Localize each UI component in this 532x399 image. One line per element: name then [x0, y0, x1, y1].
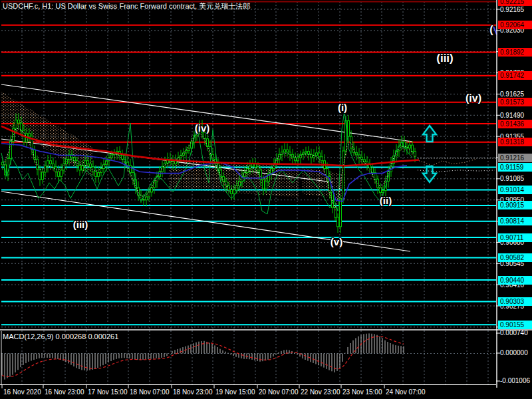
up-arrow-icon — [423, 126, 436, 142]
elliott-wave-label: ( — [489, 24, 493, 36]
elliott-wave-label: (v) — [331, 236, 342, 247]
time-axis-label: 20 Nov 07:00 — [259, 388, 299, 396]
support-price-badge: 0.90582 — [498, 253, 532, 262]
support-price-badge: 0.91014 — [498, 186, 532, 194]
time-axis-label: 16 Nov 2020 — [3, 388, 41, 396]
resistance-price-badge: 0.92215 — [498, 0, 532, 6]
elliott-wave-label: (iv) — [195, 122, 210, 134]
elliott-wave-label: (ii) — [380, 195, 392, 206]
resistance-price-badge: 0.91436 — [498, 120, 532, 128]
resistance-price-badge: 0.91318 — [498, 138, 532, 146]
elliott-wave-label: (iii) — [436, 52, 454, 65]
support-price-badge: 0.90303 — [498, 297, 532, 306]
elliott-wave-label: (i) — [338, 102, 347, 113]
mt5-chart-window: USDCHF.c, H1: US Dollar vs Swiss Franc F… — [0, 0, 532, 399]
time-axis-label: 23 Nov 15:00 — [342, 388, 382, 396]
resistance-price-badge: 0.91892 — [498, 48, 532, 57]
macd-scale-label: 0.000740 — [500, 329, 528, 336]
support-price-badge: 0.90440 — [498, 276, 532, 285]
support-price-badge: 0.90711 — [498, 233, 532, 242]
price-tick-label: 0.92165 — [500, 5, 524, 14]
elliott-wave-label: (iii) — [73, 219, 88, 230]
time-axis-label: 18 Nov 23:00 — [173, 388, 213, 396]
support-price-badge: 0.91159 — [498, 163, 532, 172]
resistance-price-badge: 0.92064 — [498, 21, 532, 29]
time-axis-label: 24 Nov 07:00 — [386, 388, 426, 396]
elliott-wave-label: (iv) — [466, 92, 481, 104]
price-tick-label: 0.91625 — [500, 90, 524, 98]
moving-averages — [1, 110, 496, 214]
macd-indicator-label: MACD(12,26,9) 0.000268 0.000261 — [3, 332, 118, 340]
time-axis-label: 19 Nov 15:00 — [215, 388, 255, 396]
resistance-price-badge: 0.91742 — [498, 71, 532, 80]
time-axis-label: 17 Nov 15:00 — [88, 388, 128, 396]
macd-scale-label: -0.001006 — [500, 377, 530, 384]
signal-arrows[interactable] — [423, 27, 497, 182]
time-axis-label: 16 Nov 23:00 — [45, 388, 84, 396]
price-tick-label: 0.91085 — [500, 174, 524, 183]
chart-title: USDCHF.c, H1: US Dollar vs Swiss Franc F… — [3, 1, 250, 11]
support-price-badge: 0.90155 — [498, 321, 532, 329]
price-tick-label: 0.91490 — [500, 111, 524, 120]
support-price-badge: 0.90915 — [498, 201, 532, 209]
down-arrow-icon — [423, 166, 436, 182]
macd-scale-label: 0.000000 — [500, 349, 528, 356]
support-price-badge: 0.90814 — [498, 217, 532, 225]
time-axis-label: 22 Nov 23:00 — [301, 388, 340, 396]
resistance-price-badge: 0.91573 — [498, 98, 532, 106]
current-price-badge: 0.91216 — [498, 154, 532, 162]
time-axis-label: 18 Nov 07:00 — [130, 388, 170, 396]
